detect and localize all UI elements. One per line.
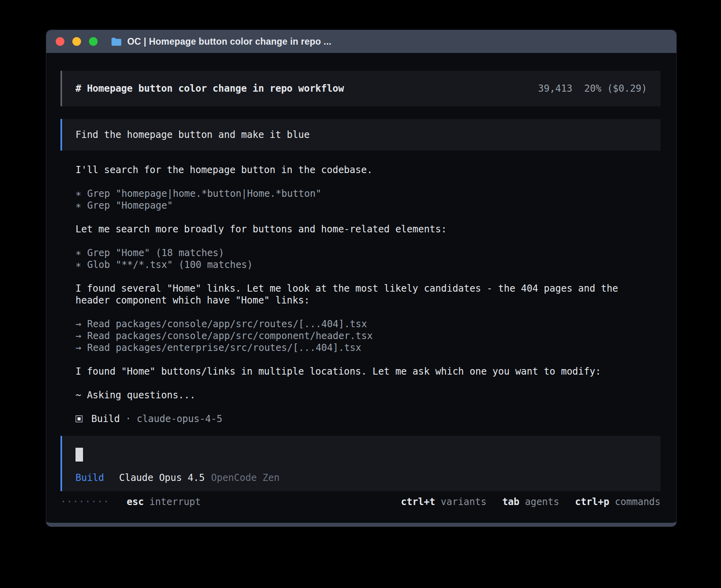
user-message: Find the homepage button and make it blu…	[60, 119, 661, 151]
agent-separator: ·	[125, 413, 131, 424]
minimize-button[interactable]	[72, 37, 81, 46]
status-bar: ········ esc interrupt ctrl+t variants t…	[60, 496, 661, 508]
tab-key: tab	[502, 496, 519, 507]
tool-call-text: Read packages/enterprise/src/routes/[...…	[87, 342, 361, 353]
tool-bullet-icon: ∗	[75, 247, 81, 259]
titlebar[interactable]: OC | Homepage button color change in rep…	[46, 30, 676, 53]
agent-icon	[75, 415, 83, 422]
tool-call-text: Glob "**/*.tsx" (100 matches)	[87, 259, 253, 270]
close-button[interactable]	[56, 37, 64, 46]
folder-icon	[111, 37, 122, 46]
text-cursor	[75, 448, 83, 462]
status-bar-right: ctrl+t variants tab agents ctrl+p comman…	[401, 496, 661, 507]
traffic-lights	[56, 37, 98, 46]
esc-key: esc	[127, 496, 144, 507]
tool-call-text: Grep "homepage|home.*button|Home.*button…	[87, 188, 321, 199]
model-line: Build Claude Opus 4.5 OpenCode Zen	[75, 472, 647, 484]
agent-icon-core	[77, 417, 81, 420]
assistant-response: I'll search for the homepage button in t…	[75, 164, 637, 425]
provider-name: OpenCode Zen	[211, 472, 279, 484]
activity-status: ~ Asking questions...	[75, 389, 637, 401]
terminal-content: # Homepage button color change in repo w…	[46, 53, 676, 508]
session-header: # Homepage button color change in repo w…	[60, 71, 661, 106]
tool-call-text: Grep "Home" (18 matches)	[87, 247, 224, 258]
agents-hint: tab agents	[502, 496, 559, 507]
tool-call-group: ∗Grep "homepage|home.*button|Home.*butto…	[75, 188, 637, 211]
assistant-paragraph: Let me search more broadly for buttons a…	[75, 223, 637, 235]
agent-name: Build	[91, 413, 120, 424]
tool-call: →Read packages/console/app/src/component…	[75, 330, 637, 342]
assistant-paragraph: I found "Home" buttons/links in multiple…	[75, 366, 637, 377]
variants-hint: ctrl+t variants	[401, 496, 486, 507]
session-title: # Homepage button color change in repo w…	[75, 83, 344, 94]
window-title: OC | Homepage button color change in rep…	[127, 36, 331, 47]
mode-label[interactable]: Build	[75, 472, 104, 484]
tool-call-text: Grep "Homepage"	[87, 200, 173, 211]
interrupt-hint: esc interrupt	[127, 496, 201, 507]
session-stats: 39,413 20% ($0.29)	[538, 83, 647, 94]
status-bar-left: ········ esc interrupt	[60, 496, 201, 507]
tool-call-group: ∗Grep "Home" (18 matches) ∗Glob "**/*.ts…	[75, 247, 637, 271]
ctrl-p-key: ctrl+p	[575, 496, 610, 507]
context-usage: 20% ($0.29)	[584, 83, 647, 94]
commands-hint: ctrl+p commands	[575, 496, 661, 507]
tool-call: ∗Grep "Homepage"	[75, 200, 637, 211]
tool-call: ∗Grep "Home" (18 matches)	[75, 247, 637, 259]
variants-label: variants	[441, 496, 487, 507]
model-name[interactable]: Claude Opus 4.5	[119, 472, 205, 484]
tool-call-text: Read packages/console/app/src/routes/[..…	[87, 318, 367, 330]
prompt-input[interactable]: Build Claude Opus 4.5 OpenCode Zen	[60, 436, 661, 491]
ctrl-t-key: ctrl+t	[401, 496, 435, 507]
spinner-dots-icon: ········	[60, 496, 109, 507]
tool-bullet-icon: ∗	[75, 259, 81, 271]
tool-call: →Read packages/console/app/src/routes/[.…	[75, 318, 637, 330]
agent-info-line: Build · claude-opus-4-5	[75, 413, 637, 425]
read-arrow-icon: →	[75, 330, 81, 342]
read-arrow-icon: →	[75, 342, 81, 354]
interrupt-label: interrupt	[149, 496, 201, 507]
agent-model: claude-opus-4-5	[137, 413, 223, 424]
tool-bullet-icon: ∗	[75, 200, 81, 211]
commands-label: commands	[615, 496, 661, 507]
terminal-window: OC | Homepage button color change in rep…	[46, 30, 677, 527]
agents-label: agents	[525, 496, 559, 507]
tool-call: ∗Glob "**/*.tsx" (100 matches)	[75, 259, 637, 271]
tool-bullet-icon: ∗	[75, 188, 81, 200]
tool-call: →Read packages/enterprise/src/routes/[..…	[75, 342, 637, 354]
read-arrow-icon: →	[75, 318, 81, 330]
tool-call-group: →Read packages/console/app/src/routes/[.…	[75, 318, 637, 354]
zoom-button[interactable]	[89, 37, 98, 46]
assistant-paragraph: I'll search for the homepage button in t…	[75, 164, 637, 176]
token-count: 39,413	[538, 83, 572, 94]
tool-call-text: Read packages/console/app/src/component/…	[87, 330, 372, 341]
user-message-text: Find the homepage button and make it blu…	[75, 129, 310, 140]
tool-call: ∗Grep "homepage|home.*button|Home.*butto…	[75, 188, 637, 200]
assistant-paragraph: I found several "Home" links. Let me loo…	[75, 283, 637, 306]
